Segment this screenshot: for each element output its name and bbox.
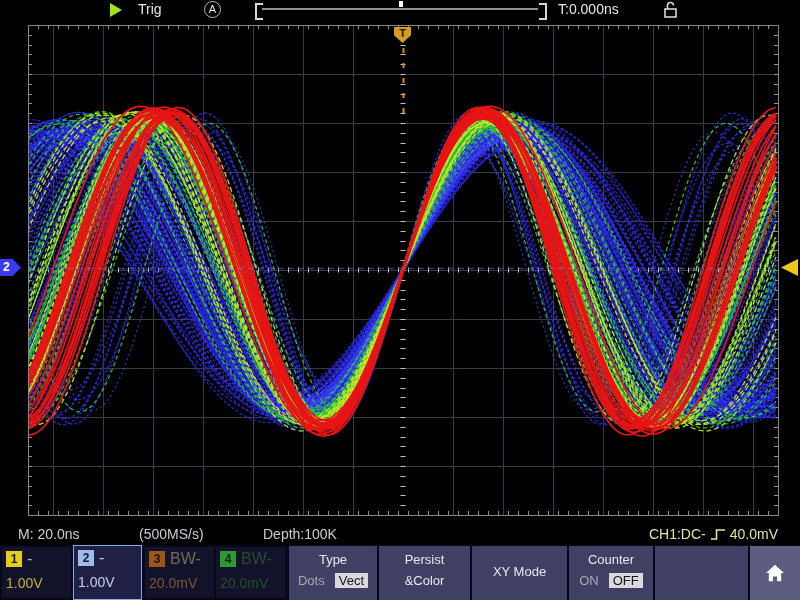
trigger-source-label: CH1:DC- [649,526,706,542]
menu-persist-button[interactable]: Persist &Color [379,546,470,600]
ch3-bandwidth-label: BW- [170,550,201,568]
time-offset-label: T:0.000ns [558,1,619,17]
channel-box-ch3[interactable]: 3 BW- 20.0mV [145,547,214,598]
type-option-vect[interactable]: Vect [335,573,368,588]
channel-box-ch1[interactable]: 1 - 1.00V [2,547,71,598]
counter-option-off[interactable]: OFF [609,573,643,588]
channel-box-ch4[interactable]: 4 BW- 20.0mV [216,547,285,598]
ch4-bandwidth-label: BW- [241,550,272,568]
channel-box-ch2[interactable]: 2 - 1.00V [73,545,142,600]
ch2-coupling-label: - [99,549,104,567]
ch4-scale-value: 20.0mV [220,575,281,591]
type-option-dots[interactable]: Dots [298,573,325,588]
ch2-scale-value: 1.00V [78,574,137,590]
menu-xy-mode-button[interactable]: XY Mode [472,546,567,600]
ch1-coupling-label: - [27,550,32,568]
persist-title: Persist [379,552,470,567]
xy-mode-label: XY Mode [472,564,567,579]
unlock-icon[interactable] [663,1,678,18]
timebase-label: M: 20.0ns [18,526,79,542]
trigger-info: CH1:DC- 40.0mV [649,526,778,542]
trig-label: Trig [138,1,162,17]
sample-rate-label: (500MS/s) [139,526,204,542]
ch2-badge: 2 [78,550,94,566]
counter-title: Counter [569,552,653,567]
home-button[interactable] [750,546,800,600]
bottom-menu-bar: 1 - 1.00V 2 - 1.00V 3 BW- 20.0mV 4 BW- 2… [0,545,800,600]
top-status-bar: Trig A T:0.000ns [0,0,800,20]
run-state-play-icon[interactable] [110,3,122,17]
trigger-level-label: 40.0mV [730,526,778,542]
record-depth-label: Depth:100K [263,526,337,542]
ch1-scale-value: 1.00V [6,575,67,591]
menu-empty-cell [655,546,748,600]
ch1-badge: 1 [6,551,22,567]
acquisition-status-bar: M: 20.0ns (500MS/s) Depth:100K CH1:DC- 4… [0,526,800,544]
persist-subtitle: &Color [379,573,470,588]
ch3-badge: 3 [149,551,165,567]
menu-type-button[interactable]: Type Dots Vect [289,546,377,600]
horizontal-position-bar[interactable] [262,8,538,10]
ch4-badge: 4 [220,551,236,567]
menu-counter-button[interactable]: Counter ON OFF [569,546,653,600]
type-title: Type [289,552,377,567]
window-position-marker[interactable] [399,1,403,7]
home-icon [764,562,786,584]
scope-display [0,0,800,545]
rising-edge-icon [710,528,726,541]
ch3-scale-value: 20.0mV [149,575,210,591]
position-bar-left-bracket [255,3,263,20]
counter-option-on[interactable]: ON [579,573,599,588]
position-bar-right-bracket [539,3,547,20]
auto-trigger-mode-icon: A [204,1,221,18]
